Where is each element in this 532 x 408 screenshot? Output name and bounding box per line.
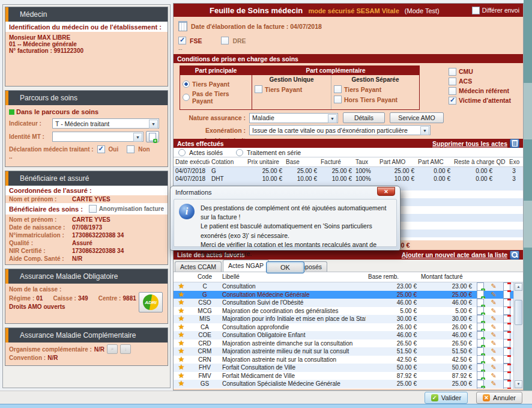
delete-favori-icon[interactable] bbox=[503, 364, 510, 372]
delete-favori-icon[interactable] bbox=[503, 315, 510, 323]
favorite-star-icon[interactable]: ★ bbox=[178, 356, 185, 364]
add-to-facture-icon[interactable] bbox=[477, 364, 484, 372]
identite-mt-select[interactable] bbox=[52, 132, 144, 142]
delete-favori-icon[interactable] bbox=[503, 306, 510, 315]
traitement-serie-radio[interactable] bbox=[236, 149, 243, 156]
fse-checkbox[interactable] bbox=[178, 37, 186, 44]
favorite-star-icon[interactable]: ★ bbox=[178, 380, 185, 388]
favoris-row[interactable]: ★ CA Consultation approfondie 26.00 € 26… bbox=[174, 323, 513, 332]
ajouter-acte-button[interactable] bbox=[510, 251, 519, 260]
favoris-row[interactable]: ★ MIS Majoration pour info Initiale et m… bbox=[174, 315, 513, 323]
col-facture[interactable]: Facturé bbox=[319, 157, 354, 166]
favoris-scrollbar[interactable]: ▲ ▼ bbox=[513, 282, 523, 389]
declaration-oui-checkbox[interactable] bbox=[97, 145, 105, 153]
delete-favori-icon[interactable] bbox=[503, 290, 510, 299]
gs-hors-tiers-payant-checkbox[interactable] bbox=[334, 96, 342, 103]
add-to-facture-icon[interactable] bbox=[477, 306, 484, 315]
favoris-row[interactable]: ★ G Consultation Médecine Générale 25.00… bbox=[174, 291, 513, 299]
indicateur-select[interactable]: T - Médecin traitant bbox=[52, 118, 159, 129]
valider-button[interactable]: ✓ Valider bbox=[425, 392, 468, 404]
scroll-down-icon[interactable]: ▼ bbox=[515, 380, 522, 388]
window-scrollbar[interactable] bbox=[524, 0, 532, 391]
dialog-close-button[interactable]: ✕ bbox=[377, 187, 395, 196]
favoris-row[interactable]: ★ IC Consultation Généraliste IVG 25.00 … bbox=[174, 388, 513, 389]
col-code[interactable]: Code bbox=[189, 272, 220, 282]
col-part-amc[interactable]: Part AMC bbox=[416, 157, 452, 166]
ajouter-acte-link[interactable]: Ajouter un nouvel acte dans la liste bbox=[402, 251, 507, 258]
col-part-amo[interactable]: Part AMO bbox=[378, 157, 416, 166]
col-exo[interactable]: Exo bbox=[507, 157, 521, 166]
col-reste-charge[interactable]: Reste à charge bbox=[452, 157, 494, 166]
delete-favori-icon[interactable] bbox=[503, 380, 510, 388]
edit-favori-icon[interactable]: ✎ bbox=[491, 380, 496, 387]
favorite-star-icon[interactable]: ★ bbox=[178, 347, 185, 355]
gu-tiers-payant-checkbox[interactable] bbox=[255, 85, 262, 93]
favoris-tab[interactable]: Actes NGAP bbox=[223, 260, 269, 272]
favoris-row[interactable]: ★ CRN Majoration astreinte nuit sur la c… bbox=[174, 356, 513, 364]
pas-tiers-payant-radio[interactable] bbox=[183, 94, 190, 101]
favoris-tab[interactable]: Actes CCAM bbox=[175, 261, 222, 272]
favoris-row[interactable]: ★ CSO Consultation Suivi de l'Obésité 46… bbox=[174, 299, 513, 307]
favorite-star-icon[interactable]: ★ bbox=[178, 372, 185, 380]
add-to-facture-icon[interactable] bbox=[477, 388, 484, 389]
col-montant-facture[interactable]: Montant facturé bbox=[419, 272, 474, 282]
add-to-facture-icon[interactable] bbox=[477, 380, 484, 388]
col-libelle[interactable]: Libellé bbox=[220, 272, 366, 282]
delete-favori-icon[interactable] bbox=[503, 388, 510, 389]
add-to-facture-icon[interactable] bbox=[477, 290, 484, 299]
favorite-star-icon[interactable]: ★ bbox=[178, 307, 185, 315]
condition-checkbox[interactable] bbox=[449, 97, 456, 105]
exoneration-select[interactable]: Issue de la carte vitale ou pas d'éxonér… bbox=[249, 125, 431, 135]
details-button[interactable]: Détails bbox=[343, 112, 385, 123]
favorite-star-icon[interactable]: ★ bbox=[178, 299, 185, 306]
delete-favori-icon[interactable] bbox=[503, 347, 510, 356]
supprimer-actes-link[interactable]: Supprimer tous les actes bbox=[432, 140, 507, 147]
delete-favori-icon[interactable] bbox=[503, 323, 510, 331]
edit-favori-icon[interactable]: ✎ bbox=[491, 282, 496, 290]
edit-favori-icon[interactable]: ✎ bbox=[491, 323, 496, 330]
condition-checkbox[interactable] bbox=[449, 68, 456, 76]
add-to-facture-icon[interactable] bbox=[477, 339, 484, 347]
favoris-row[interactable]: ★ CRD Majoration astreinte dimanche sur … bbox=[174, 339, 513, 348]
delete-favori-icon[interactable] bbox=[503, 331, 510, 339]
delete-favori-icon[interactable] bbox=[503, 355, 510, 364]
organisme-clear-button[interactable]: ↓ bbox=[120, 344, 131, 354]
favorite-star-icon[interactable]: ★ bbox=[178, 282, 185, 290]
add-to-facture-icon[interactable] bbox=[477, 331, 484, 339]
col-prix[interactable]: Prix unitaire bbox=[246, 157, 284, 166]
favorite-star-icon[interactable]: ★ bbox=[178, 388, 185, 389]
supprimer-actes-button[interactable] bbox=[510, 139, 519, 148]
edit-favori-icon[interactable]: ✎ bbox=[491, 291, 496, 298]
ok-button[interactable]: OK bbox=[266, 261, 304, 273]
add-to-facture-icon[interactable] bbox=[477, 347, 484, 356]
delete-favori-icon[interactable] bbox=[503, 299, 510, 307]
acte-row[interactable]: 04/07/2018 DHT 10.00 € 10.00 € 10.00 € 1… bbox=[174, 175, 523, 183]
calendar-icon[interactable] bbox=[178, 21, 187, 31]
dialog-titlebar[interactable]: Informations bbox=[171, 186, 400, 198]
add-to-facture-icon[interactable] bbox=[477, 371, 484, 380]
add-to-facture-icon[interactable] bbox=[477, 323, 484, 331]
annuler-button[interactable]: ✕ Annuler bbox=[476, 392, 522, 404]
edit-favori-icon[interactable]: ✎ bbox=[491, 299, 496, 306]
favoris-row[interactable]: ★ FMV Forfait Médicament de Ville 87.92 … bbox=[174, 372, 513, 380]
favoris-row[interactable]: ★ C Consultation 23.00 € 23.00 € ✎ bbox=[174, 282, 513, 291]
scroll-up-icon[interactable]: ▲ bbox=[515, 283, 522, 291]
gs-tiers-payant-checkbox[interactable] bbox=[334, 85, 342, 93]
tiers-payant-radio[interactable] bbox=[183, 81, 190, 88]
anonymisation-checkbox[interactable] bbox=[89, 205, 97, 213]
condition-checkbox[interactable] bbox=[449, 87, 456, 95]
edit-favori-icon[interactable]: ✎ bbox=[491, 347, 496, 355]
col-base-remb[interactable]: Base remb. bbox=[366, 272, 419, 282]
col-qd[interactable]: QD bbox=[494, 157, 507, 166]
favoris-row[interactable]: ★ FHV Forfait Consultation de Ville 50.0… bbox=[174, 364, 513, 372]
edit-favori-icon[interactable]: ✎ bbox=[491, 388, 496, 389]
favoris-row[interactable]: ★ MCG Majoration de coordination des gén… bbox=[174, 307, 513, 315]
edit-favori-icon[interactable]: ✎ bbox=[491, 307, 496, 314]
scroll-thumb[interactable] bbox=[515, 300, 522, 325]
edit-favori-icon[interactable]: ✎ bbox=[491, 331, 496, 338]
delete-favori-icon[interactable] bbox=[503, 371, 510, 380]
edit-favori-icon[interactable]: ✎ bbox=[491, 356, 496, 363]
add-medecin-traitant-button[interactable] bbox=[146, 131, 159, 142]
favorite-star-icon[interactable]: ★ bbox=[178, 323, 185, 331]
edit-favori-icon[interactable]: ✎ bbox=[491, 315, 496, 322]
